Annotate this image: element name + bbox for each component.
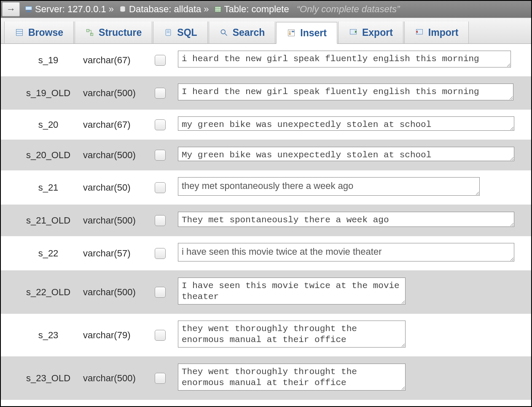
value-cell [178, 321, 406, 350]
crumb-db-label: Database: [129, 4, 171, 15]
value-input[interactable] [178, 116, 514, 131]
column-type: varchar(500) [83, 287, 155, 298]
value-cell [178, 116, 514, 133]
null-checkbox[interactable] [155, 373, 166, 384]
value-input[interactable] [178, 243, 514, 261]
tab-label: Search [233, 27, 265, 38]
crumb-table-label: Table: [224, 4, 249, 15]
field-row: s_19varchar(67) [1, 44, 531, 77]
crumb-server-label: Server: [35, 4, 65, 15]
sidebar-toggle-button[interactable]: → [2, 2, 20, 16]
svg-rect-4 [215, 7, 221, 12]
breadcrumb-bar: → Server: 127.0.0.1 » Database: alldata … [1, 1, 531, 18]
null-checkbox[interactable] [155, 119, 166, 130]
tab-import[interactable]: Import [404, 22, 469, 43]
svg-rect-22 [292, 31, 294, 32]
column-name: s_21 [13, 182, 83, 193]
insert-rows: s_19varchar(67)s_19_OLDvarchar(500)s_20v… [1, 44, 531, 400]
column-name: s_20_OLD [13, 150, 83, 161]
tab-browse[interactable]: Browse [4, 22, 74, 43]
null-checkbox[interactable] [155, 55, 166, 66]
svg-rect-0 [26, 6, 32, 10]
value-cell [178, 243, 514, 264]
value-cell [178, 177, 480, 198]
column-type: varchar(500) [83, 215, 155, 226]
insert-icon [287, 28, 296, 38]
value-input[interactable] [178, 51, 511, 67]
tab-label: Structure [99, 27, 142, 38]
value-input[interactable] [178, 321, 406, 348]
value-cell [178, 364, 406, 393]
tab-export[interactable]: Export [338, 22, 403, 43]
value-input[interactable] [178, 278, 406, 305]
field-row: s_23_OLDvarchar(500) [1, 357, 531, 400]
crumb-db-value[interactable]: alldata [174, 4, 201, 15]
column-name: s_22_OLD [13, 287, 83, 298]
null-cell [155, 55, 178, 66]
null-cell [155, 287, 178, 298]
table-comment: “Only complete datasets” [297, 4, 400, 15]
null-checkbox[interactable] [155, 88, 166, 99]
import-icon [415, 28, 424, 37]
svg-rect-1 [27, 11, 30, 11]
database-icon [118, 5, 127, 14]
field-row: s_21_OLDvarchar(500) [1, 205, 531, 236]
column-type: varchar(50) [83, 182, 155, 193]
tab-structure[interactable]: Structure [75, 22, 152, 43]
tab-label: Export [362, 27, 393, 38]
value-cell [178, 212, 514, 229]
null-cell [155, 330, 178, 341]
field-row: s_21varchar(50) [1, 170, 531, 205]
crumb-separator: » [204, 4, 209, 15]
column-type: varchar(67) [83, 55, 155, 66]
export-icon [349, 28, 358, 37]
table-icon [213, 5, 223, 14]
svg-rect-13 [91, 33, 93, 36]
search-icon [219, 28, 228, 37]
value-input[interactable] [178, 84, 513, 100]
null-checkbox[interactable] [155, 150, 166, 161]
null-checkbox[interactable] [155, 287, 166, 298]
value-cell [178, 278, 406, 307]
browse-icon [15, 28, 24, 37]
null-cell [155, 248, 178, 259]
column-name: s_22 [13, 248, 83, 259]
null-checkbox[interactable] [155, 182, 166, 193]
svg-rect-12 [87, 30, 89, 32]
column-type: varchar(57) [83, 248, 155, 259]
tab-strip: Browse Structure SQL Search Insert Expor… [1, 18, 531, 44]
column-type: varchar(500) [83, 88, 155, 99]
null-cell [155, 182, 178, 193]
value-input[interactable] [178, 212, 514, 227]
tab-label: Import [428, 27, 459, 38]
field-row: s_19_OLDvarchar(500) [1, 77, 531, 110]
value-input[interactable] [178, 177, 480, 196]
svg-line-18 [225, 34, 227, 36]
tab-label: Insert [300, 27, 327, 39]
crumb-separator: » [109, 4, 114, 15]
server-icon [24, 5, 33, 14]
svg-rect-2 [26, 11, 31, 12]
tab-insert[interactable]: Insert [276, 22, 337, 44]
value-cell [178, 51, 511, 70]
null-checkbox[interactable] [155, 248, 166, 259]
null-checkbox[interactable] [155, 330, 166, 341]
column-name: s_23 [13, 330, 83, 341]
tab-label: SQL [177, 27, 197, 38]
field-row: s_22varchar(57) [1, 236, 531, 271]
null-cell [155, 215, 178, 226]
column-name: s_23_OLD [13, 373, 83, 384]
svg-rect-9 [16, 30, 23, 36]
tab-search[interactable]: Search [209, 22, 276, 43]
value-input[interactable] [178, 364, 406, 391]
column-type: varchar(500) [83, 373, 155, 384]
crumb-table-value[interactable]: complete [251, 4, 289, 15]
crumb-server-value[interactable]: 127.0.0.1 [67, 4, 106, 15]
value-input[interactable] [178, 147, 514, 161]
tab-sql[interactable]: SQL [153, 22, 207, 43]
null-cell [155, 119, 178, 130]
column-name: s_20 [13, 119, 83, 130]
column-name: s_19_OLD [13, 88, 83, 99]
column-type: varchar(79) [83, 330, 155, 341]
null-checkbox[interactable] [155, 215, 166, 226]
